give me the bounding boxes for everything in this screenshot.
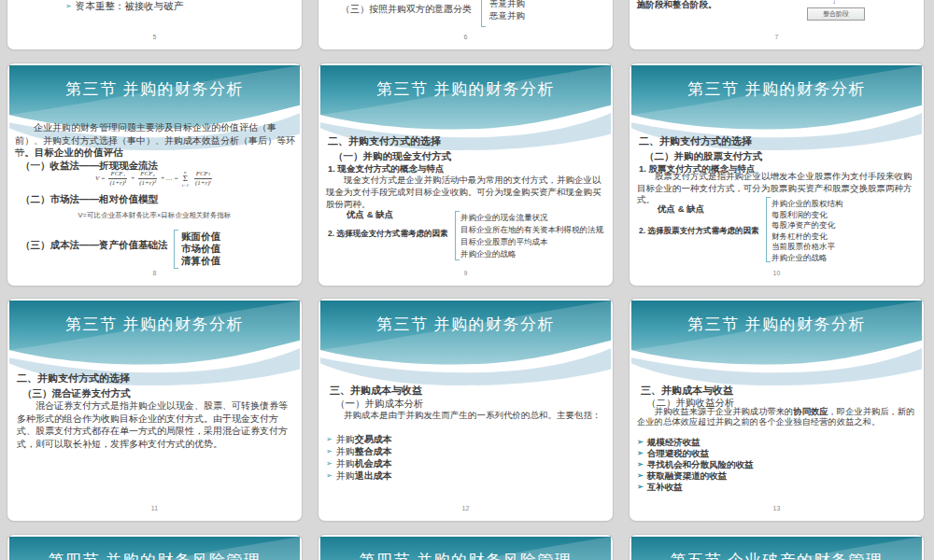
paragraph: 现金支付方式是企业并购活动中最为常用的支付方式，并购企业以现金为支付手段完成对目… xyxy=(326,174,606,210)
slide-14[interactable]: 第四节 并购的财务风险管理 xyxy=(7,535,302,560)
factors-list-item: 目标企业股票的平均成本 xyxy=(460,237,548,247)
slide-13[interactable]: 第三节 并购的财务分析 三、并购成本与收益 （二）并购收益分析 并购收益来源于企… xyxy=(630,299,924,521)
page-number: 9 xyxy=(318,270,613,276)
arrow-bullet-icon: ➢ xyxy=(637,449,644,457)
section-heading: 三、并购成本与收益 xyxy=(641,384,733,398)
factors-list-item: 并购企业的战略 xyxy=(771,253,828,263)
page-number: 8 xyxy=(7,270,302,276)
slide-header: 第五节 企业破产的财务管理 xyxy=(631,537,922,560)
option-item: 恶意并购 xyxy=(489,10,525,22)
slide-title: 第三节 并购的财务分析 xyxy=(631,78,922,100)
section-heading: 二、并购支付方式的选择 xyxy=(17,371,130,385)
classification-label: （三）按照并购双方的意愿分类 xyxy=(341,3,472,15)
arrow-bullet-icon: ➢ xyxy=(326,435,333,443)
slide-grid: ➢资本重整：被接收与破产 5 （三）按照并购双方的意愿分类 善意并购 恶意并购 … xyxy=(0,0,934,560)
header-wave-decoration xyxy=(9,537,300,560)
sub-heading: （三）成本法——资产价值基础法 xyxy=(21,239,168,252)
slide-header: 第四节 并购的财务风险管理 xyxy=(320,537,611,560)
paragraph: 混合证券支付方式是指并购企业以现金、股票、可转换债券等多种形式的组合作为收购目标… xyxy=(17,399,290,450)
list-item: ➢并购机会成本 xyxy=(326,457,392,469)
slide-10[interactable]: 第三节 并购的财务分析 二、并购支付方式的选择 （二）并购的股票支付方式 1. … xyxy=(630,63,924,286)
slide-title: 第四节 并购的财务风险管理 xyxy=(9,550,300,560)
slide-12[interactable]: 第三节 并购的财务分析 三、并购成本与收益 （一）并购成本分析 并购成本是由于并… xyxy=(318,299,613,521)
slide-title: 第三节 并购的财务分析 xyxy=(631,314,922,335)
arrow-bullet-icon: ➢ xyxy=(637,438,644,446)
arrow-bullet-icon: ➢ xyxy=(326,471,333,480)
paragraph: 并购收益来源于企业并购成功带来的协同效应，即企业并购后，新的企业的总体效应超过并… xyxy=(637,407,920,427)
factors-list-item: 并购企业的战略 xyxy=(460,249,517,259)
factors-list-item: 并购企业的股权结构 xyxy=(771,199,843,209)
list-item: ➢资本重整：被接收与破产 xyxy=(65,0,183,13)
slide-title: 第三节 并购的财务分析 xyxy=(320,314,611,335)
page-number: 6 xyxy=(318,34,613,40)
factors-label: 2. 选择股票支付方式需考虑的因素 xyxy=(639,226,758,236)
factors-list-item: 每股净资产的变化 xyxy=(771,220,835,231)
page-number: 7 xyxy=(630,34,924,40)
section-heading: 三、并购成本与收益 xyxy=(330,384,422,398)
page-number: 10 xyxy=(630,270,924,276)
slide-7[interactable]: 施阶段和整合阶段。 实施阶段 ↓ 整合阶段 7 xyxy=(630,0,924,49)
list-item: ➢并购交易成本 xyxy=(326,433,392,445)
slide-title: 第四节 并购的财务风险管理 xyxy=(320,550,611,560)
value-list-item: 市场价值 xyxy=(181,243,220,256)
header-wave-decoration xyxy=(631,537,922,560)
sub-heading: （二）并购的股票支付方式 xyxy=(644,150,762,163)
page-number: 11 xyxy=(7,505,302,511)
dcf-formula: V = FCF₁(1+r)¹ + FCF₂(1+r)² + … = nΣt=1 … xyxy=(54,170,255,188)
slide-9[interactable]: 第三节 并购的财务分析 二、并购支付方式的选择 （一）并购的现金支付方式 1. … xyxy=(318,63,613,286)
list-item: ➢并购退出成本 xyxy=(326,469,392,482)
market-formula: V=可比企业基本财务比率×目标企业相关财务指标 xyxy=(7,211,302,220)
summation-symbol: nΣt=1 xyxy=(182,170,189,188)
slide-title: 第三节 并购的财务分析 xyxy=(9,314,300,335)
page-number: 5 xyxy=(7,34,302,40)
factors-list-item: 财务杠杆的变化 xyxy=(771,231,828,242)
slide-8[interactable]: 第三节 并购的财务分析 企业并购的财务管理问题主要涉及目标企业的价值评估（事前）… xyxy=(7,63,302,286)
sub-heading: （一）并购的现金支付方式 xyxy=(333,150,451,163)
header-wave-decoration xyxy=(320,301,611,396)
factors-list-item: 每股利润的变化 xyxy=(771,210,828,220)
sub-heading: （三）混合证券支付方式 xyxy=(22,387,131,400)
arrow-bullet-icon: ➢ xyxy=(326,459,333,468)
section-heading: 二、并购支付方式的选择 xyxy=(639,134,752,148)
paragraph: 并购成本是由于并购发生而产生的一系列代价的总和。主要包括： xyxy=(326,409,606,421)
list-item: ➢并购整合成本 xyxy=(326,445,392,457)
slide-5[interactable]: ➢资本重整：被接收与破产 5 xyxy=(7,0,302,49)
pros-cons-label: 优点 & 缺点 xyxy=(347,209,393,221)
bracket-line xyxy=(766,197,771,262)
paragraph: 施阶段和整合阶段。 xyxy=(637,0,717,11)
list-item: ➢规模经济收益 xyxy=(637,437,700,449)
page-number: 13 xyxy=(630,505,924,511)
flow-box-bottom: 整合阶段 xyxy=(807,7,865,21)
slide-6[interactable]: （三）按照并购双方的意愿分类 善意并购 恶意并购 6 xyxy=(318,0,613,49)
factors-list-item: 当前股票价格水平 xyxy=(771,242,835,252)
arrow-bullet-icon: ➢ xyxy=(326,447,333,455)
slide-11[interactable]: 第三节 并购的财务分析 二、并购支付方式的选择 （三）混合证券支付方式 混合证券… xyxy=(7,299,302,521)
arrow-bullet-icon: ➢ xyxy=(637,460,644,469)
bracket-line xyxy=(174,230,178,269)
pros-cons-label: 优点 & 缺点 xyxy=(658,203,704,216)
value-list-item: 账面价值 xyxy=(181,231,220,244)
value-list-item: 清算价值 xyxy=(181,255,220,268)
header-wave-decoration xyxy=(631,301,922,396)
slide-15[interactable]: 第四节 并购的财务风险管理 xyxy=(318,535,613,560)
section-heading: 二、并购支付方式的选择 xyxy=(328,134,441,148)
section-heading: 一、目标企业的价值评估 xyxy=(15,147,123,160)
slide-title: 第三节 并购的财务分析 xyxy=(320,78,611,100)
header-wave-decoration xyxy=(320,537,611,560)
factors-list-item: 并购企业的现金流量状况 xyxy=(460,213,548,223)
list-item: ➢获取融资渠道的收益 xyxy=(637,470,727,483)
slide-header: 第四节 并购的财务风险管理 xyxy=(9,537,300,560)
down-arrow-icon: ↓ xyxy=(832,0,836,7)
list-item: ➢互补收益 xyxy=(637,482,683,494)
option-item: 善意并购 xyxy=(489,0,525,10)
slide-header: 第三节 并购的财务分析 xyxy=(320,301,611,396)
arrow-bullet-icon: ➢ xyxy=(637,471,644,480)
bracket-line xyxy=(455,211,460,260)
slide-16[interactable]: 第五节 企业破产的财务管理 xyxy=(630,535,924,560)
arrow-bullet-icon: ➢ xyxy=(65,2,72,10)
list-item: ➢合理避税的收益 xyxy=(637,448,709,460)
list-item: ➢寻找机会和分散风险的收益 xyxy=(637,459,754,471)
sub-heading: （二）市场法——相对价值模型 xyxy=(21,193,158,206)
factors-label: 2. 选择现金支付方式需考虑的因素 xyxy=(328,229,447,239)
factors-list-item: 目标企业所在地的有关资本利得税的法规 xyxy=(460,225,603,235)
